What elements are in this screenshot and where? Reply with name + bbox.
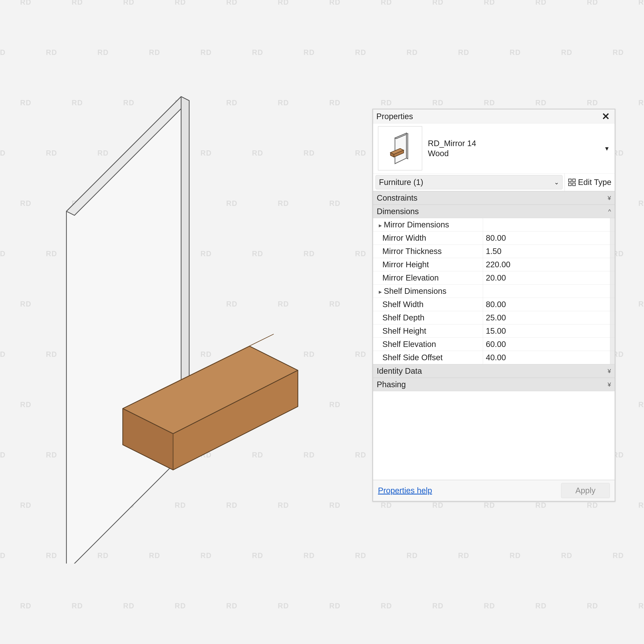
row-handle bbox=[610, 218, 615, 231]
model-viewport bbox=[36, 81, 358, 563]
section-label: Identity Data bbox=[377, 366, 422, 376]
svg-marker-11 bbox=[406, 133, 408, 159]
properties-panel: Properties ✕ RD_Mirror 14 Wood ▾ bbox=[372, 109, 615, 502]
group-label: Shelf Dimensions bbox=[373, 285, 483, 298]
prop-label: Shelf Width bbox=[373, 298, 483, 311]
prop-value[interactable]: 40.00 bbox=[483, 351, 610, 364]
prop-mirror-thickness: Mirror Thickness 1.50 bbox=[373, 245, 615, 258]
section-constraints[interactable]: Constraints ¥ bbox=[373, 191, 615, 205]
prop-label: Mirror Height bbox=[373, 258, 483, 271]
svg-rect-15 bbox=[569, 179, 571, 182]
instance-filter-dropdown[interactable]: Furniture (1) ⌄ bbox=[376, 175, 562, 189]
row-handle bbox=[610, 311, 615, 324]
prop-shelf-depth: Shelf Depth 25.00 bbox=[373, 311, 615, 324]
prop-mirror-elevation: Mirror Elevation 20.00 bbox=[373, 271, 615, 285]
prop-shelf-side-offset: Shelf Side Offset 40.00 bbox=[373, 351, 615, 364]
chevron-down-icon: ⌄ bbox=[554, 179, 559, 186]
prop-shelf-height: Shelf Height 15.00 bbox=[373, 324, 615, 338]
svg-marker-6 bbox=[123, 409, 173, 470]
row-handle bbox=[610, 324, 615, 337]
family-thumbnail bbox=[378, 126, 422, 170]
panel-titlebar: Properties ✕ bbox=[373, 109, 615, 123]
edit-type-label: Edit Type bbox=[578, 178, 611, 187]
prop-value[interactable]: 60.00 bbox=[483, 338, 610, 351]
family-type-text: RD_Mirror 14 Wood bbox=[428, 138, 476, 158]
section-dimensions[interactable]: Dimensions ^ bbox=[373, 205, 615, 218]
dropdown-caret-icon[interactable]: ▾ bbox=[605, 144, 609, 152]
prop-label: Mirror Width bbox=[373, 231, 483, 245]
prop-value[interactable]: 80.00 bbox=[483, 298, 610, 311]
prop-value[interactable]: 1.50 bbox=[483, 245, 610, 258]
prop-shelf-elevation: Shelf Elevation 60.00 bbox=[373, 338, 615, 351]
section-phasing[interactable]: Phasing ¥ bbox=[373, 378, 615, 391]
prop-label: Mirror Elevation bbox=[373, 271, 483, 284]
group-mirror-dimensions[interactable]: Mirror Dimensions bbox=[373, 218, 615, 231]
section-label: Constraints bbox=[377, 193, 417, 202]
expand-icon: ¥ bbox=[608, 381, 611, 388]
group-value bbox=[483, 218, 610, 231]
panel-title-text: Properties bbox=[376, 112, 413, 121]
panel-empty-area bbox=[373, 391, 615, 480]
prop-label: Shelf Side Offset bbox=[373, 351, 483, 364]
row-handle bbox=[610, 258, 615, 271]
svg-rect-16 bbox=[573, 179, 575, 182]
prop-label: Shelf Height bbox=[373, 324, 483, 337]
section-label: Dimensions bbox=[377, 207, 419, 216]
prop-label: Mirror Thickness bbox=[373, 245, 483, 258]
prop-value[interactable]: 25.00 bbox=[483, 311, 610, 324]
svg-marker-3 bbox=[181, 97, 189, 461]
row-handle bbox=[610, 351, 615, 364]
prop-shelf-width: Shelf Width 80.00 bbox=[373, 298, 615, 311]
apply-button[interactable]: Apply bbox=[561, 483, 610, 498]
expand-icon: ¥ bbox=[608, 195, 611, 201]
prop-mirror-height: Mirror Height 220.00 bbox=[373, 258, 615, 271]
prop-value[interactable]: 220.00 bbox=[483, 258, 610, 271]
svg-marker-5 bbox=[173, 370, 298, 470]
group-shelf-dimensions[interactable]: Shelf Dimensions bbox=[373, 285, 615, 298]
prop-label: Shelf Depth bbox=[373, 311, 483, 324]
family-type: Wood bbox=[428, 148, 476, 158]
svg-rect-18 bbox=[573, 183, 575, 186]
close-icon[interactable]: ✕ bbox=[600, 111, 611, 122]
row-handle bbox=[610, 271, 615, 284]
svg-marker-1 bbox=[66, 97, 181, 563]
svg-rect-17 bbox=[569, 183, 571, 186]
collapse-icon: ^ bbox=[608, 208, 611, 215]
prop-value[interactable]: 20.00 bbox=[483, 271, 610, 284]
section-label: Phasing bbox=[377, 380, 406, 389]
prop-mirror-width: Mirror Width 80.00 bbox=[373, 231, 615, 245]
panel-footer: Properties help Apply bbox=[373, 480, 615, 501]
group-value bbox=[483, 285, 610, 298]
prop-value[interactable]: 15.00 bbox=[483, 324, 610, 337]
prop-value[interactable]: 80.00 bbox=[483, 231, 610, 245]
edit-type-icon bbox=[568, 178, 576, 186]
svg-marker-4 bbox=[123, 346, 298, 434]
properties-help-link[interactable]: Properties help bbox=[378, 486, 432, 495]
row-handle bbox=[610, 298, 615, 311]
family-name: RD_Mirror 14 bbox=[428, 138, 476, 148]
svg-marker-2 bbox=[66, 97, 189, 215]
prop-label: Shelf Elevation bbox=[373, 338, 483, 351]
row-handle bbox=[610, 338, 615, 351]
edit-type-button[interactable]: Edit Type bbox=[565, 173, 615, 191]
svg-line-7 bbox=[149, 334, 274, 395]
expand-icon: ¥ bbox=[608, 368, 611, 375]
row-handle bbox=[610, 285, 615, 298]
row-handle bbox=[610, 231, 615, 245]
svg-point-0 bbox=[81, 403, 209, 463]
instance-filter-label: Furniture (1) bbox=[379, 178, 423, 187]
group-label: Mirror Dimensions bbox=[373, 218, 483, 231]
row-handle bbox=[610, 245, 615, 258]
family-type-selector[interactable]: RD_Mirror 14 Wood ▾ bbox=[373, 123, 615, 173]
section-identity-data[interactable]: Identity Data ¥ bbox=[373, 364, 615, 378]
